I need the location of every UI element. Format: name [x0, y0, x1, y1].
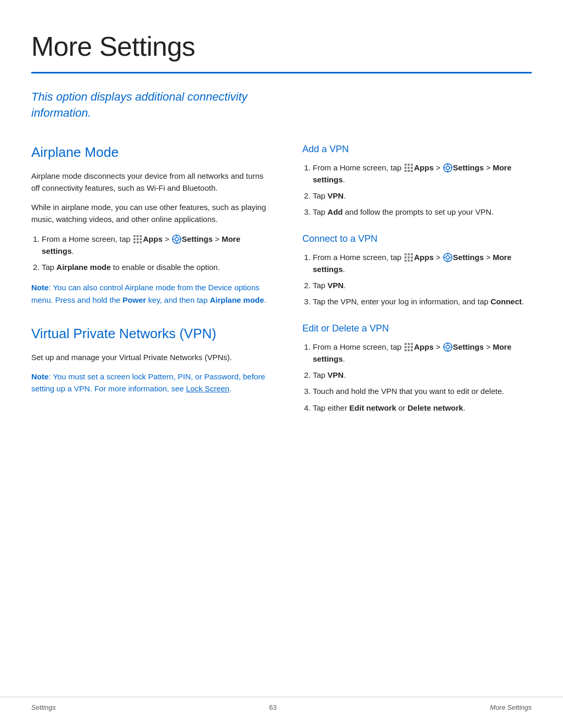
airplane-mode-para1: Airplane mode disconnects your device fr… — [31, 170, 271, 194]
svg-rect-7 — [137, 241, 139, 243]
connect-vpn-heading: Connect to a VPN — [302, 232, 532, 246]
svg-rect-19 — [408, 167, 410, 169]
svg-rect-30 — [405, 253, 407, 255]
connect-vpn-step-3: Tap the VPN, enter your log in informati… — [313, 295, 532, 307]
power-bold: Power — [123, 295, 146, 304]
airplane-mode-bold-2: Airplane mode — [210, 295, 264, 304]
svg-rect-34 — [408, 256, 410, 258]
add-vpn-heading: Add a VPN — [302, 142, 532, 156]
footer-page-number: 63 — [269, 702, 276, 713]
svg-rect-49 — [408, 346, 410, 348]
apps-icon-4 — [404, 342, 413, 352]
svg-rect-4 — [137, 238, 139, 240]
svg-point-10 — [175, 237, 178, 241]
note-label-2: Note — [31, 372, 48, 381]
airplane-step1-before: From a Home screen, tap — [42, 235, 132, 243]
connect-vpn-step-2: Tap VPN. — [313, 279, 532, 291]
vpn-heading: Virtual Private Networks (VPN) — [31, 324, 271, 344]
page-footer: Settings 63 More Settings — [0, 697, 563, 713]
svg-rect-32 — [411, 253, 413, 255]
edit-delete-vpn-steps: From a Home screen, tap — [313, 341, 532, 414]
edit-delete-vpn-section: Edit or Delete a VPN From a Home screen,… — [302, 322, 532, 414]
svg-rect-23 — [411, 170, 413, 172]
svg-rect-2 — [140, 235, 142, 237]
svg-rect-47 — [411, 343, 413, 345]
apps-icon-2 — [404, 163, 413, 172]
svg-rect-16 — [408, 164, 410, 166]
svg-point-40 — [446, 255, 449, 259]
airplane-step-1: From a Home screen, tap — [42, 233, 271, 257]
col-right: Add a VPN From a Home screen, tap — [302, 142, 532, 427]
svg-rect-38 — [411, 260, 413, 262]
svg-rect-45 — [405, 343, 407, 345]
svg-rect-36 — [405, 260, 407, 262]
settings-bold-1: Settings — [182, 235, 213, 243]
add-vpn-step-2: Tap VPN. — [313, 190, 532, 202]
airplane-mode-heading: Airplane Mode — [31, 142, 271, 163]
svg-rect-53 — [411, 349, 413, 351]
svg-rect-1 — [137, 235, 139, 237]
page-container: More Settings This option displays addit… — [0, 0, 563, 469]
lock-screen-link[interactable]: Lock Screen — [186, 384, 229, 393]
settings-icon-1 — [172, 235, 181, 244]
vpn-note: Note: You must set a screen lock Pattern… — [31, 371, 271, 395]
connect-vpn-section: Connect to a VPN From a Home screen, tap — [302, 232, 532, 308]
airplane-mode-steps: From a Home screen, tap — [42, 233, 271, 274]
page-title: More Settings — [31, 26, 532, 67]
svg-rect-0 — [133, 235, 136, 237]
airplane-mode-bold: Airplane mode — [56, 263, 111, 272]
arrow-1: > — [163, 235, 172, 243]
note-label-1: Note — [31, 283, 48, 292]
edit-vpn-step-3: Touch and hold the VPN that you want to … — [313, 385, 532, 397]
add-vpn-step-1: From a Home screen, tap — [313, 162, 532, 186]
svg-rect-22 — [408, 170, 410, 172]
apps-icon-1 — [133, 235, 142, 244]
add-vpn-steps: From a Home screen, tap — [313, 162, 532, 218]
settings-icon-2 — [443, 163, 452, 172]
edit-delete-vpn-heading: Edit or Delete a VPN — [302, 322, 532, 336]
svg-rect-33 — [405, 256, 407, 258]
svg-rect-17 — [411, 164, 413, 166]
page-subtitle: This option displays additional connecti… — [31, 89, 271, 121]
settings-icon-4 — [443, 342, 452, 352]
svg-rect-52 — [408, 349, 410, 351]
svg-point-25 — [446, 166, 449, 169]
footer-right: More Settings — [490, 702, 532, 713]
vpn-section: Virtual Private Networks (VPN) Set up an… — [31, 324, 271, 395]
airplane-step-2: Tap Airplane mode to enable or disable t… — [42, 261, 271, 273]
svg-rect-37 — [408, 260, 410, 262]
add-vpn-step-3: Tap Add and follow the prompts to set up… — [313, 206, 532, 218]
more-settings-1: > — [213, 235, 222, 243]
svg-rect-6 — [133, 241, 136, 243]
apps-icon-3 — [404, 253, 413, 262]
connect-vpn-steps: From a Home screen, tap — [313, 251, 532, 308]
svg-point-55 — [446, 345, 449, 349]
svg-rect-48 — [405, 346, 407, 348]
svg-rect-51 — [405, 349, 407, 351]
svg-rect-20 — [411, 167, 413, 169]
edit-vpn-step-2: Tap VPN. — [313, 369, 532, 381]
footer-left: Settings — [31, 702, 56, 713]
airplane-note: Note: You can also control Airplane mode… — [31, 281, 271, 306]
svg-rect-15 — [405, 164, 407, 166]
svg-rect-31 — [408, 253, 410, 255]
title-rule — [31, 72, 532, 73]
svg-rect-46 — [408, 343, 410, 345]
svg-rect-18 — [405, 167, 407, 169]
airplane-mode-para2: While in airplane mode, you can use othe… — [31, 201, 271, 226]
svg-rect-5 — [140, 238, 142, 240]
svg-rect-35 — [411, 256, 413, 258]
edit-vpn-step-4: Tap either Edit network or Delete networ… — [313, 402, 532, 414]
svg-rect-8 — [140, 241, 142, 243]
svg-rect-50 — [411, 346, 413, 348]
col-left: Airplane Mode Airplane mode disconnects … — [31, 142, 271, 427]
vpn-para1: Set up and manage your Virtual Private N… — [31, 351, 271, 363]
svg-rect-21 — [405, 170, 407, 172]
apps-bold-1: Apps — [143, 235, 163, 243]
add-vpn-section: Add a VPN From a Home screen, tap — [302, 142, 532, 218]
two-col-layout: Airplane Mode Airplane mode disconnects … — [31, 142, 532, 427]
airplane-mode-section: Airplane Mode Airplane mode disconnects … — [31, 142, 271, 306]
settings-icon-3 — [443, 253, 452, 262]
edit-vpn-step-1: From a Home screen, tap — [313, 341, 532, 365]
svg-rect-3 — [133, 238, 136, 240]
